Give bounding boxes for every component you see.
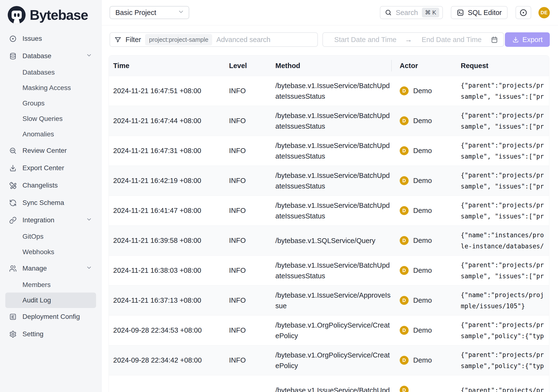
cell-level: INFO bbox=[229, 147, 275, 155]
cell-time: 2024-11-21 16:41:47 +08:00 bbox=[109, 207, 229, 215]
funnel-icon bbox=[114, 36, 122, 43]
sidebar-item-sync-schema[interactable]: Sync Schema bbox=[5, 194, 96, 211]
cell-method: /bytebase.v1.IssueService/ApproveIssue bbox=[275, 290, 391, 311]
date-range-input[interactable]: Start Date and Time → End Date and Time bbox=[323, 32, 504, 47]
cell-time: 2024-11-21 16:47:31 +08:00 bbox=[109, 147, 229, 155]
filter-chip-project[interactable]: project:project-sample bbox=[145, 34, 212, 45]
calendar-icon bbox=[491, 36, 498, 44]
table-row: 2024-11-21 16:37:13 +08:00 INFO /bytebas… bbox=[109, 285, 549, 315]
sidebar-item-export-center[interactable]: Export Center bbox=[5, 159, 96, 177]
table-row: 2024-11-21 16:39:58 +08:00 INFO /bytebas… bbox=[109, 226, 549, 255]
cell-method: /bytebase.v1.IssueService/BatchUpd bbox=[275, 385, 391, 392]
search-button[interactable]: Search ⌘ K bbox=[380, 6, 443, 19]
sidebar-item-deployment-config[interactable]: Deployment Config bbox=[5, 308, 96, 325]
search-icon bbox=[385, 9, 392, 16]
brand-logo[interactable]: Bytebase bbox=[0, 0, 101, 30]
cell-method: /bytebase.v1.IssueService/BatchUpdateIss… bbox=[275, 80, 391, 102]
actor-avatar: D bbox=[400, 176, 409, 185]
cell-level: INFO bbox=[229, 356, 275, 364]
cell-request: {"parent":"projects/prsample","policy":{… bbox=[461, 319, 549, 341]
table-row: 2024-11-21 16:41:47 +08:00 INFO /bytebas… bbox=[109, 196, 549, 226]
chevron-down-icon bbox=[178, 9, 184, 17]
cell-request: {"parent":"projects/prsample", "issues":… bbox=[461, 80, 549, 102]
help-circle-dot-button[interactable] bbox=[515, 6, 531, 19]
cell-level: INFO bbox=[229, 296, 275, 304]
start-date-placeholder: Start Date and Time bbox=[328, 36, 402, 44]
sidebar: Bytebase Issues Database Databases Maski… bbox=[0, 0, 102, 392]
chevron-down-icon bbox=[86, 265, 92, 272]
sidebar-item-anomalies[interactable]: Anomalies bbox=[5, 126, 96, 142]
cell-level: INFO bbox=[229, 87, 275, 95]
table-row: 2024-11-21 16:47:51 +08:00 INFO /bytebas… bbox=[109, 76, 549, 106]
actor-avatar: D bbox=[400, 356, 409, 365]
cell-time: 2024-09-28 22:34:53 +08:00 bbox=[109, 326, 229, 334]
sidebar-item-groups[interactable]: Groups bbox=[5, 96, 96, 111]
table-row: 2024-09-28 22:34:53 +08:00 INFO /bytebas… bbox=[109, 315, 549, 345]
cell-time: 2024-11-21 16:47:51 +08:00 bbox=[109, 87, 229, 95]
sidebar-item-review-center[interactable]: Review Center bbox=[5, 142, 96, 159]
table-header: Time Level Method Actor Request bbox=[109, 55, 549, 76]
actor-avatar: D bbox=[400, 386, 409, 392]
sidebar-item-audit-log[interactable]: Audit Log bbox=[5, 293, 96, 308]
actor-avatar: D bbox=[400, 87, 409, 95]
sidebar-item-members[interactable]: Members bbox=[5, 277, 96, 293]
user-avatar[interactable]: DE bbox=[539, 7, 550, 18]
sidebar-item-issues[interactable]: Issues bbox=[5, 30, 96, 47]
cell-actor: DDemo bbox=[391, 236, 461, 245]
col-header-time: Time bbox=[109, 62, 229, 70]
table-row-partial: /bytebase.v1.IssueService/BatchUpd D {"p… bbox=[109, 375, 549, 392]
sidebar-item-database[interactable]: Database bbox=[5, 47, 96, 65]
project-select[interactable]: Basic Project bbox=[110, 6, 189, 19]
sidebar-item-masking-access[interactable]: Masking Access bbox=[5, 80, 96, 96]
cell-method: /bytebase.v1.IssueService/BatchUpdateIss… bbox=[275, 170, 391, 192]
search-shortcut-badge: ⌘ K bbox=[422, 8, 439, 17]
cell-actor: DDemo bbox=[391, 116, 461, 125]
table-row: 2024-11-21 16:42:19 +08:00 INFO /bytebas… bbox=[109, 166, 549, 196]
cell-method: /bytebase.v1.SQLService/Query bbox=[275, 235, 391, 246]
sidebar-item-setting[interactable]: Setting bbox=[5, 325, 96, 343]
cell-level: INFO bbox=[229, 267, 275, 274]
filter-input[interactable]: Filter project:project-sample Advanced s… bbox=[110, 32, 318, 47]
advanced-search-placeholder: Advanced search bbox=[216, 36, 270, 44]
sql-editor-button[interactable]: SQL Editor bbox=[451, 6, 507, 19]
cell-method: /bytebase.v1.IssueService/BatchUpdateIss… bbox=[275, 200, 391, 221]
users-icon bbox=[9, 265, 17, 272]
actor-avatar: D bbox=[400, 236, 409, 245]
cell-actor: DDemo bbox=[391, 326, 461, 335]
cell-level: INFO bbox=[229, 117, 275, 125]
col-header-actor: Actor bbox=[391, 62, 461, 70]
terminal-icon bbox=[457, 9, 464, 17]
export-button[interactable]: Export bbox=[505, 32, 550, 47]
col-header-request: Request bbox=[461, 62, 549, 70]
refresh-icon bbox=[9, 199, 17, 207]
sidebar-item-databases[interactable]: Databases bbox=[5, 65, 96, 80]
cell-time: 2024-09-28 22:34:42 +08:00 bbox=[109, 356, 229, 364]
actor-avatar: D bbox=[400, 296, 409, 305]
cell-actor: DDemo bbox=[391, 176, 461, 185]
database-icon bbox=[9, 52, 17, 60]
actor-avatar: D bbox=[400, 146, 409, 155]
sidebar-item-slow-queries[interactable]: Slow Queries bbox=[5, 111, 96, 126]
brand-name: Bytebase bbox=[30, 7, 88, 23]
sidebar-nav: Issues Database Databases Masking Access… bbox=[0, 30, 101, 343]
cell-level: INFO bbox=[229, 207, 275, 215]
sidebar-item-manage[interactable]: Manage bbox=[5, 260, 96, 277]
sidebar-item-webhooks[interactable]: Webhooks bbox=[5, 244, 96, 260]
arrow-right-icon: → bbox=[402, 35, 415, 44]
column-divider[interactable] bbox=[391, 60, 392, 71]
cell-request: {"parent":"projects/prsample", "issues":… bbox=[461, 200, 549, 222]
cell-time: 2024-11-21 16:47:44 +08:00 bbox=[109, 117, 229, 125]
main-content: Basic Project Search ⌘ K SQL Editor DE F… bbox=[102, 0, 558, 392]
cell-time: 2024-11-21 16:42:19 +08:00 bbox=[109, 177, 229, 185]
cell-method: /bytebase.v1.IssueService/BatchUpdateIss… bbox=[275, 260, 391, 281]
sidebar-item-gitops[interactable]: GitOps bbox=[5, 229, 96, 244]
cell-actor: DDemo bbox=[391, 87, 461, 95]
download-icon bbox=[9, 164, 17, 172]
cell-time: 2024-11-21 16:39:58 +08:00 bbox=[109, 236, 229, 244]
sidebar-item-changelists[interactable]: Changelists bbox=[5, 177, 96, 194]
circle-dot-icon bbox=[519, 9, 527, 17]
sidebar-item-integration[interactable]: Integration bbox=[5, 211, 96, 229]
cell-request: {"parent":"projects/prsample", "issues":… bbox=[461, 140, 549, 162]
cell-request: {"parent":"projects/prsample", "issues":… bbox=[461, 170, 549, 192]
actor-avatar: D bbox=[400, 326, 409, 335]
